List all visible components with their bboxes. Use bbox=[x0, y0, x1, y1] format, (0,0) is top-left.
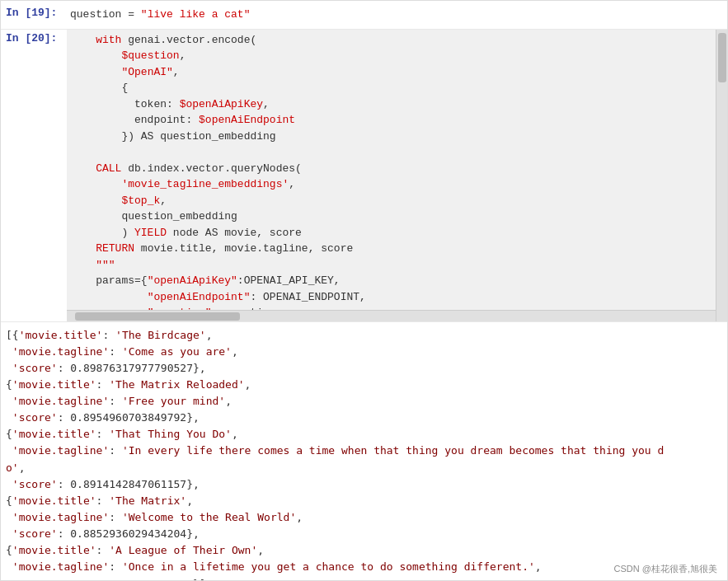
cell-20-wrapper: In [20]: with genai.vector.encode( $ques… bbox=[1, 30, 727, 322]
cell-20-content[interactable]: with genai.vector.encode( $question, "Op… bbox=[67, 30, 716, 310]
cell-19-code: question = "live like a cat" bbox=[67, 4, 727, 26]
h-scrollbar-track[interactable] bbox=[67, 310, 716, 321]
cell-20-code: with genai.vector.encode( $question, "Op… bbox=[70, 32, 712, 310]
cell-20-row: In [20]: with genai.vector.encode( $ques… bbox=[1, 30, 727, 321]
v-scrollbar-thumb[interactable] bbox=[718, 33, 726, 82]
cell-19-label: In [19]: bbox=[1, 4, 67, 21]
v-scrollbar[interactable] bbox=[716, 30, 727, 321]
output-text: [{'movie.title': 'The Birdcage', 'movie.… bbox=[6, 327, 721, 581]
h-scrollbar-thumb[interactable] bbox=[75, 312, 240, 321]
output-area: [{'movie.title': 'The Birdcage', 'movie.… bbox=[1, 322, 727, 581]
cell-19: In [19]: question = "live like a cat" bbox=[1, 1, 727, 30]
cell-20-label: In [20]: bbox=[1, 30, 67, 321]
watermark: CSDN @桂花很香,旭很美 bbox=[614, 563, 717, 575]
cell-19-code-text: question = "live like a cat" bbox=[70, 8, 250, 21]
cell-20-body: with genai.vector.encode( $question, "Op… bbox=[67, 30, 716, 321]
